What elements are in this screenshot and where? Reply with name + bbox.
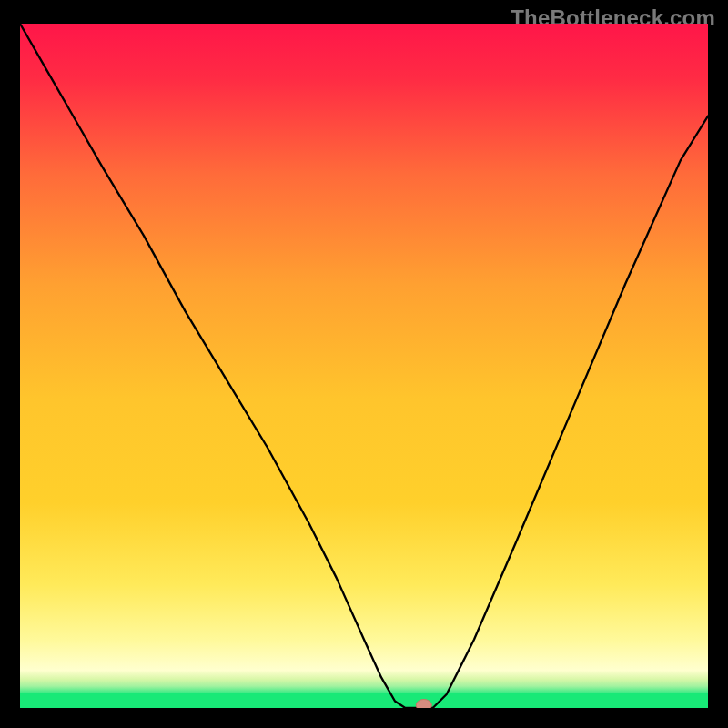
gradient-bg — [20, 24, 708, 708]
chart-container: TheBottleneck.com — [0, 0, 728, 728]
optimum-marker — [416, 699, 431, 708]
chart-svg — [20, 24, 708, 708]
green-baseline — [20, 693, 708, 708]
plot-area — [20, 24, 708, 708]
